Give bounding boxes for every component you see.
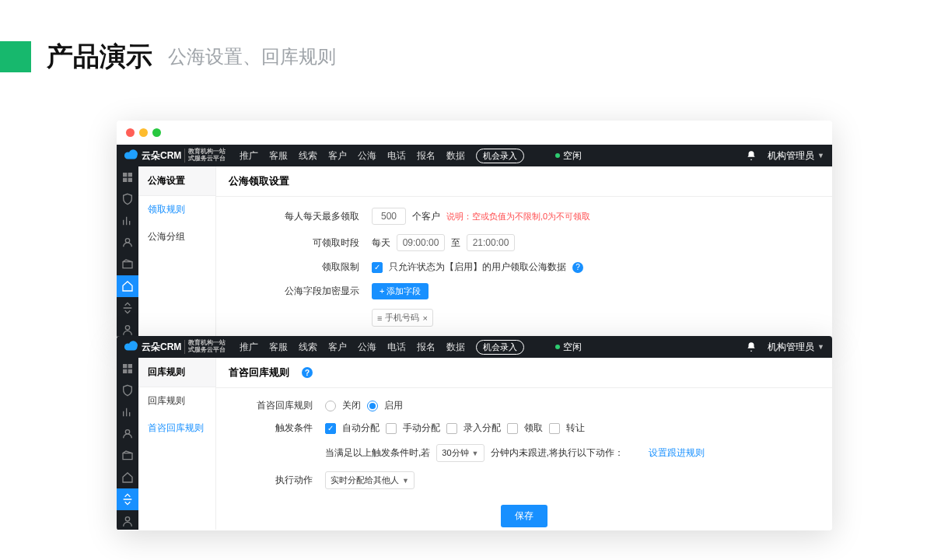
help-icon[interactable]: ? [572,262,583,273]
help-icon[interactable]: ? [302,367,313,378]
radio-on-label: 启用 [384,399,403,412]
rail-dashboard-icon[interactable] [121,171,134,184]
nav-tab[interactable]: 公海 [358,149,376,163]
max-claim-input[interactable] [372,208,406,225]
opportunity-entry-button[interactable]: 机会录入 [476,149,524,163]
rail-dashboard-icon[interactable] [121,362,134,375]
status-text: 空闲 [563,341,582,354]
bell-icon[interactable] [746,150,757,161]
nav-tab[interactable]: 电话 [387,149,406,163]
close-icon[interactable] [126,128,135,137]
rail-home-icon[interactable] [117,275,138,297]
rail-recycle-icon[interactable] [121,302,134,314]
nav-tab[interactable]: 推广 [240,149,258,163]
rail-person-icon[interactable] [121,515,134,527]
logo-text: 云朵CRM [142,149,181,163]
minimize-icon[interactable] [139,128,148,137]
nav-tab[interactable]: 电话 [387,341,406,354]
rail-chart-icon[interactable] [121,215,134,227]
chevron-down-icon: ▼ [817,152,824,159]
logo: 云朵CRM 教育机构一站式服务云平台 [124,340,226,354]
cb-transfer[interactable] [549,423,560,434]
time-to-input[interactable] [467,234,515,251]
rail-user-icon[interactable] [121,428,134,440]
time-from-input[interactable] [397,234,445,251]
logo-tagline: 教育机构一站式服务云平台 [184,149,226,163]
nav-tab[interactable]: 报名 [417,149,436,163]
content-title: 公海领取设置 [216,166,832,197]
add-field-button[interactable]: + 添加字段 [372,283,429,299]
sidebar-item-pool-groups[interactable]: 公海分组 [138,223,215,250]
opportunity-entry-button[interactable]: 机会录入 [476,340,524,355]
status-indicator: 空闲 [555,341,582,354]
label-first-consult: 首咨回库规则 [216,399,325,412]
sidebar-item-claim-rules[interactable]: 领取规则 [138,196,215,223]
page-header: 产品演示 公海设置、回库规则 [0,0,941,75]
account-name: 机构管理员 [768,149,814,163]
rail-recycle-icon[interactable] [117,488,138,510]
radio-on[interactable] [367,401,378,411]
nav-tab[interactable]: 客户 [328,149,347,163]
action-select[interactable]: 实时分配给其他人▼ [325,471,415,489]
nav-tab[interactable]: 线索 [299,341,317,354]
field-tag-phone[interactable]: ≡手机号码× [372,309,433,327]
side-panel: 公海设置 领取规则 公海分组 [138,166,216,337]
bell-icon[interactable] [746,341,757,352]
side-panel-title: 公海设置 [138,166,215,196]
sidebar-item-return-rules[interactable]: 回库规则 [138,387,215,415]
cloud-logo-icon [124,149,138,163]
nav-tab[interactable]: 数据 [446,341,465,354]
icon-rail [117,358,138,530]
account-menu[interactable]: 机构管理员 ▼ [768,149,824,163]
rail-wallet-icon[interactable] [121,258,134,271]
rail-person-icon[interactable] [121,324,134,336]
nav-tab[interactable]: 客户 [328,341,347,354]
rail-user-icon[interactable] [121,236,134,249]
nav-tab[interactable]: 公海 [358,341,376,354]
maximize-icon[interactable] [152,128,161,137]
set-followup-link[interactable]: 设置跟进规则 [649,446,705,460]
top-nav: 云朵CRM 教育机构一站式服务云平台 推广 客服 线索 客户 公海 电话 报名 … [117,336,832,358]
window-gonghai-settings: 云朵CRM 教育机构一站式服务云平台 推广 客服 线索 客户 公海 电话 报名 … [117,121,832,338]
svg-point-1 [125,517,129,521]
sidebar-item-first-consult-rules[interactable]: 首咨回库规则 [138,415,215,442]
nav-tab[interactable]: 客服 [269,341,288,354]
rail-wallet-icon[interactable] [121,450,134,462]
label-encrypt-fields: 公海字段加密显示 [216,285,372,298]
nav-tabs: 推广 客服 线索 客户 公海 电话 报名 数据 [240,341,465,354]
icon-rail [117,166,138,337]
nav-tab[interactable]: 客服 [269,149,288,163]
nav-tab[interactable]: 推广 [240,341,258,354]
status-indicator: 空闲 [555,149,582,163]
logo-text: 云朵CRM [142,341,181,354]
content-title: 首咨回库规则 ? [216,358,832,388]
cb-manual-assign[interactable] [386,423,397,434]
rail-chart-icon[interactable] [121,406,134,418]
logo: 云朵CRM 教育机构一站式服务云平台 [124,149,226,163]
rail-shield-icon[interactable] [121,193,134,205]
chevron-down-icon: ▼ [817,343,824,351]
save-button[interactable]: 保存 [501,505,547,527]
label-action: 执行动作 [216,474,325,487]
cb-claim[interactable] [507,423,518,434]
cb-input-assign[interactable] [446,423,457,434]
duration-select[interactable]: 30分钟▼ [436,444,484,462]
note-text: 说明：空或负值为不限制,0为不可领取 [446,211,590,222]
claim-limit-text: 只允许状态为【启用】的用户领取公海数据 [389,261,566,274]
window-return-rules: 云朵CRM 教育机构一站式服务云平台 推广 客服 线索 客户 公海 电话 报名 … [117,336,832,530]
enable-only-checkbox[interactable]: ✓ [372,262,383,273]
page-title: 产品演示 [47,39,152,75]
nav-tabs: 推广 客服 线索 客户 公海 电话 报名 数据 [240,149,465,163]
rail-home-icon[interactable] [121,471,134,484]
condition-prefix: 当满足以上触发条件时,若 [325,446,430,460]
cb-auto-assign[interactable]: ✓ [325,423,336,434]
nav-tab[interactable]: 线索 [299,149,317,163]
radio-off-label: 关闭 [342,399,361,412]
radio-off[interactable] [325,401,336,411]
nav-tab[interactable]: 报名 [417,341,436,354]
account-menu[interactable]: 机构管理员 ▼ [768,341,824,354]
rail-shield-icon[interactable] [121,384,134,397]
nav-tab[interactable]: 数据 [446,149,465,163]
svg-point-0 [125,326,129,330]
label-claim-limit: 领取限制 [216,261,372,274]
